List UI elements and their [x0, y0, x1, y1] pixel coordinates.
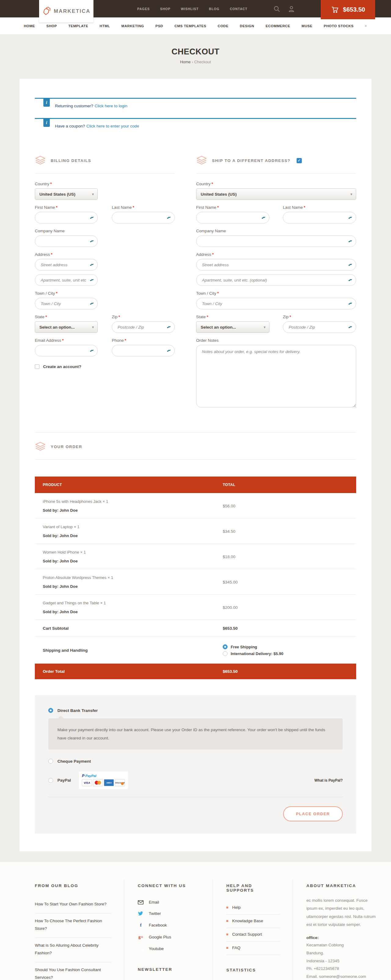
autofill-icon	[348, 262, 353, 267]
nav-psd[interactable]: PSD	[156, 24, 163, 28]
chevron-down-icon: ▾	[350, 192, 352, 196]
info-icon: i	[43, 119, 50, 127]
shipping-state-select[interactable]: Select an option... ▾	[196, 321, 269, 333]
social-facebook-link[interactable]: f Facebook	[138, 919, 200, 931]
create-account-checkbox[interactable]	[35, 364, 40, 369]
footer-help-title: HELP AND SUPPORTS	[226, 883, 280, 892]
nav-muse[interactable]: MUSE	[302, 24, 312, 28]
billing-last-name-input[interactable]	[112, 212, 175, 223]
shipping-apartment-input[interactable]	[196, 274, 356, 286]
social-twitter-link[interactable]: Twitter	[138, 908, 200, 919]
blog-link[interactable]: What is So Alluring About Celebrity Fash…	[35, 938, 112, 962]
order-total-label: Order Total	[35, 663, 215, 679]
top-nav-blog[interactable]: BLOG	[209, 7, 219, 11]
state-label: State	[196, 315, 206, 319]
billing-town-input[interactable]	[35, 298, 98, 309]
twitter-icon	[138, 911, 144, 916]
bullet-icon	[226, 934, 228, 935]
paypal-radio[interactable]	[48, 778, 53, 783]
shipping-company-input[interactable]	[196, 235, 356, 247]
billing-first-name-input[interactable]	[35, 212, 98, 223]
nav-more-chevron-icon[interactable]: »	[364, 25, 369, 27]
blog-link[interactable]: Should You Use Fashion Consultant Servic…	[35, 962, 112, 980]
international-delivery-radio[interactable]	[223, 651, 227, 656]
blog-link[interactable]: How To Choose The Perfect Fashion Store?	[35, 913, 112, 938]
zip-label: Zip	[283, 315, 289, 319]
international-delivery-label: International Delivery: $5.90	[230, 651, 283, 656]
social-google-plus-link[interactable]: g+ Google Plus	[138, 931, 200, 943]
billing-phone-input[interactable]	[112, 345, 175, 356]
nav-ecommerce[interactable]: ECOMMERCE	[266, 24, 291, 28]
page-header: CHECKOUT Home › Checkout	[0, 34, 391, 79]
coupon-link[interactable]: Click here to enter your code	[86, 124, 139, 128]
shipping-zip-input[interactable]	[283, 321, 356, 333]
billing-email-input[interactable]	[35, 345, 98, 356]
product-total: $345.00	[215, 569, 356, 595]
nav-template[interactable]: TEMPLATE	[68, 24, 88, 28]
social-youtube-link[interactable]: Youtube	[138, 943, 200, 955]
cheque-payment-radio[interactable]	[48, 759, 53, 764]
breadcrumb-home[interactable]: Home	[180, 60, 191, 64]
top-bar: MARKETICA PAGES SHOP WISHLIST BLOG CONTA…	[0, 0, 391, 18]
cart-button[interactable]: $653.50	[321, 0, 375, 19]
autofill-icon	[348, 325, 353, 329]
cart-icon	[331, 6, 339, 14]
blog-link[interactable]: How To Start Your Own Fashion Store?	[35, 897, 112, 913]
billing-street-input[interactable]	[35, 259, 98, 270]
shipping-country-select[interactable]: United States (US) ▾	[196, 188, 356, 200]
help-link[interactable]: Contact Support	[226, 928, 280, 942]
autofill-icon	[89, 348, 94, 353]
nav-shop[interactable]: SHOP	[46, 24, 57, 28]
email-icon	[138, 900, 144, 905]
nav-home[interactable]: HOME	[24, 24, 35, 28]
ship-different-checkbox[interactable]: ✓	[297, 158, 302, 163]
help-link[interactable]: FAQ	[226, 942, 280, 955]
shipping-town-input[interactable]	[196, 298, 356, 309]
nav-code[interactable]: CODE	[218, 24, 229, 28]
checkout-card: i Returning customer? Click here to logi…	[19, 79, 372, 851]
cart-subtotal-label: Cart Subtotal	[35, 620, 215, 636]
bank-transfer-radio[interactable]	[48, 708, 53, 713]
search-icon[interactable]	[273, 5, 280, 12]
free-shipping-label: Free Shipping	[230, 645, 257, 649]
order-table: PRODUCT TOTAL iPhone 5s with Headphones …	[35, 477, 356, 679]
footer-blog-title: FROM OUR BLOG	[35, 883, 112, 888]
billing-country-select[interactable]: United States (US) ▾	[35, 188, 98, 200]
billing-company-input[interactable]	[35, 235, 98, 247]
place-order-button[interactable]: PLACE ORDER	[283, 807, 343, 821]
chevron-down-icon: ▾	[92, 325, 94, 329]
social-email-link[interactable]: Email	[138, 897, 200, 908]
shipping-street-input[interactable]	[196, 259, 356, 270]
help-link[interactable]: Knowladge Base	[226, 915, 280, 928]
autofill-icon	[348, 215, 353, 220]
paypal-cards-image: P PayPal VISA AMEX DISCOVER	[79, 772, 128, 789]
shipping-last-name-input[interactable]	[283, 212, 356, 223]
billing-state-select[interactable]: Select an option... ▾	[35, 321, 98, 333]
user-icon[interactable]	[288, 5, 295, 12]
shipping-first-name-input[interactable]	[196, 212, 269, 223]
login-link[interactable]: Click here to login	[95, 103, 127, 108]
free-shipping-radio[interactable]	[223, 644, 227, 649]
billing-apartment-input[interactable]	[35, 274, 98, 286]
billing-zip-input[interactable]	[112, 321, 175, 333]
order-row: iPhone 5s with Headphones Jack × 1 Sold …	[35, 493, 356, 519]
nav-marketing[interactable]: MARKETING	[121, 24, 144, 28]
nav-photo-stocks[interactable]: PHOTO STOCKS	[324, 24, 354, 28]
nav-cms-templates[interactable]: CMS TEMPLATES	[175, 24, 206, 28]
phone-label: Phone	[112, 338, 124, 343]
logo[interactable]: MARKETICA	[39, 0, 94, 22]
country-label: Country	[35, 181, 49, 186]
nav-html[interactable]: HTML	[100, 24, 110, 28]
help-link[interactable]: Help	[226, 901, 280, 915]
top-nav-contact[interactable]: CONTACT	[230, 7, 248, 11]
top-nav-pages[interactable]: PAGES	[137, 7, 150, 11]
chevron-down-icon: ▾	[92, 192, 94, 196]
what-is-paypal-link[interactable]: What is PayPal?	[314, 778, 343, 783]
tag-logo-icon	[42, 7, 51, 16]
mastercard-icon	[93, 779, 103, 786]
top-nav-wishlist[interactable]: WISHLIST	[181, 7, 199, 11]
nav-design[interactable]: DESIGN	[240, 24, 254, 28]
order-notes-textarea[interactable]	[196, 345, 356, 407]
cart-subtotal-value: $653.50	[215, 620, 356, 636]
top-nav-shop[interactable]: SHOP	[160, 7, 170, 11]
